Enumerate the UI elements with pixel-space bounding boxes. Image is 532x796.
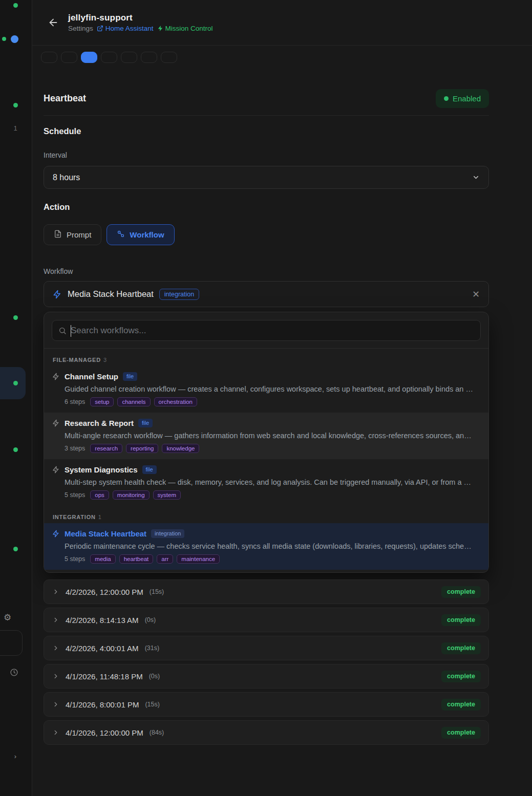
workflow-tag: setup: [90, 397, 114, 406]
status-dot-blue: [11, 35, 18, 43]
run-duration: (15s): [150, 588, 164, 595]
tab[interactable]: [101, 52, 117, 63]
green-dot-icon: [444, 96, 449, 101]
chevron-right-icon[interactable]: ›: [0, 752, 31, 760]
action-button-icon: [54, 230, 62, 240]
workflow-picker-dropdown: FILE-MANAGED3: [44, 312, 489, 573]
tab[interactable]: [41, 52, 57, 63]
run-status-badge: complete: [441, 586, 481, 598]
mission-control-link[interactable]: Mission Control: [157, 25, 213, 32]
upcoming-hint: [0, 689, 29, 708]
group-label: INTEGRATION1: [44, 506, 488, 523]
tab[interactable]: [61, 52, 77, 63]
workflow-name: Research & Report: [65, 419, 134, 427]
workflow-list-item[interactable]: Research & Report file Multi-angle resea…: [44, 413, 488, 459]
zap-icon: [53, 290, 62, 299]
history-run-row[interactable]: 4/2/2026, 12:00:00 PM (15s) complete: [44, 579, 489, 604]
chevron-right-icon: [52, 616, 59, 623]
workflow-list-item[interactable]: Media Stack Heartbeat integration Period…: [44, 523, 488, 570]
workflow-tag: orchestration: [154, 397, 197, 406]
workflow-select[interactable]: Media Stack Heartbeat integration ✕: [44, 281, 489, 307]
upcoming-hints: [0, 689, 29, 747]
workflow-name: System Diagnostics: [65, 465, 138, 474]
run-timestamp: 4/2/2026, 4:00:01 AM: [66, 644, 139, 653]
workflow-steps: 5 steps: [65, 491, 85, 499]
home-assistant-link[interactable]: Home Assistant: [97, 25, 154, 32]
tab[interactable]: [141, 52, 157, 63]
heartbeat-heading: Heartbeat: [44, 93, 86, 104]
workflow-group: FILE-MANAGED3: [44, 349, 488, 506]
workflow-type-badge: file: [142, 465, 157, 474]
run-timestamp: 4/2/2026, 12:00:00 PM: [66, 588, 143, 596]
workflow-tag: ops: [90, 490, 109, 500]
sidebar: 1 ⚙ ›: [0, 0, 32, 796]
sidebar-box[interactable]: [0, 630, 23, 656]
back-arrow-icon[interactable]: [48, 17, 59, 28]
search-input[interactable]: [71, 326, 474, 336]
history-run-row[interactable]: 4/2/2026, 4:00:01 AM (31s) complete: [44, 636, 489, 660]
run-status-badge: complete: [441, 614, 481, 626]
workflow-description: Periodic maintenance cycle — checks serv…: [65, 540, 480, 552]
workflow-tag: channels: [117, 397, 150, 406]
status-dot-green: [13, 315, 18, 320]
page-title: jellyfin-support: [68, 13, 213, 23]
search-icon: [58, 327, 67, 335]
workflow-search[interactable]: [52, 320, 481, 341]
workflow-groups: FILE-MANAGED3: [44, 349, 488, 570]
history-run-row[interactable]: 4/1/2026, 12:00:00 PM (84s) complete: [44, 720, 489, 745]
gear-icon[interactable]: ⚙: [4, 612, 11, 623]
status-dot-green: [13, 3, 18, 8]
workflow-list-item[interactable]: System Diagnostics file Multi-step syste…: [44, 459, 488, 506]
tab[interactable]: [121, 52, 137, 63]
run-timestamp: 4/2/2026, 8:14:13 AM: [66, 616, 139, 625]
history-run-row[interactable]: 4/2/2026, 8:14:13 AM (0s) complete: [44, 608, 489, 632]
run-timestamp: 4/1/2026, 11:48:18 PM: [66, 672, 143, 681]
workflow-type-badge: file: [123, 372, 137, 381]
run-duration: (15s): [145, 701, 159, 708]
workflow-list-item[interactable]: Channel Setup file Guided channel creati…: [44, 366, 488, 413]
workflow-group: INTEGRATION1: [44, 506, 488, 570]
interval-value: 8 hours: [53, 173, 80, 182]
zap-icon: [157, 25, 164, 32]
action-toggle-button[interactable]: Prompt: [44, 224, 101, 245]
chevron-right-icon: [52, 729, 59, 736]
divider: [44, 115, 489, 116]
sidebar-item-active[interactable]: [0, 367, 26, 399]
selected-workflow-name: Media Stack Heartbeat: [68, 289, 154, 299]
zap-icon: [52, 530, 60, 537]
workflow-tag: reporting: [126, 444, 158, 453]
chevron-down-icon: [472, 174, 480, 181]
workflow-tag: media: [90, 554, 115, 564]
status-dot-green: [13, 103, 18, 107]
action-button-icon: [117, 230, 125, 240]
workflow-description: Multi-angle research workflow — gathers …: [65, 429, 480, 442]
run-status-badge: complete: [441, 699, 481, 711]
chevron-right-icon: [52, 673, 59, 680]
interval-select[interactable]: 8 hours: [44, 166, 489, 189]
workflow-label: Workflow: [44, 267, 489, 275]
action-toggle-button[interactable]: Workflow: [107, 224, 174, 245]
action-toggle-group: Prompt Workflow: [44, 224, 489, 245]
status-dot-green: [13, 447, 18, 452]
workflow-type-badge: integration: [159, 289, 199, 300]
status-dot-green: [13, 381, 18, 385]
workflow-steps: 3 steps: [65, 445, 85, 452]
status-badge-enabled[interactable]: Enabled: [436, 89, 489, 108]
run-duration: (84s): [150, 729, 164, 736]
tab[interactable]: [161, 52, 177, 63]
history-run-row[interactable]: 4/1/2026, 8:00:01 PM (15s) complete: [44, 692, 489, 717]
schedule-heading: Schedule: [44, 126, 489, 136]
run-timestamp: 4/1/2026, 12:00:00 PM: [66, 728, 143, 737]
status-dot-green: [2, 37, 6, 41]
text-caret: [71, 325, 71, 337]
workflow-tag: system: [153, 490, 181, 500]
history-run-row[interactable]: 4/1/2026, 11:48:18 PM (0s) complete: [44, 664, 489, 689]
tab[interactable]: [81, 52, 97, 63]
run-duration: (0s): [149, 673, 160, 680]
upcoming-hint: [0, 727, 29, 747]
clock-icon: [10, 668, 18, 679]
workflow-tag: monitoring: [113, 490, 150, 500]
action-heading: Action: [44, 202, 489, 212]
clear-icon[interactable]: ✕: [472, 290, 480, 299]
zap-icon: [52, 466, 60, 474]
